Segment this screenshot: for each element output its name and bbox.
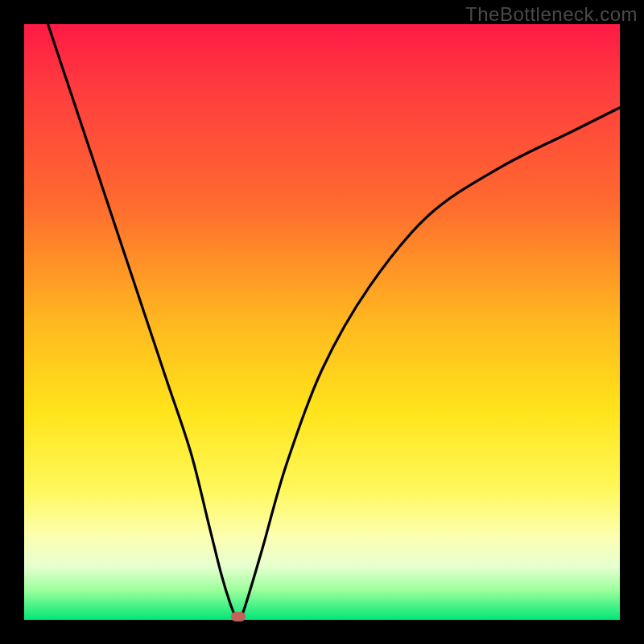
chart-frame: TheBottleneck.com (0, 0, 644, 644)
watermark-text: TheBottleneck.com (465, 3, 638, 26)
optimum-marker (231, 612, 246, 621)
bottleneck-curve (24, 24, 620, 620)
